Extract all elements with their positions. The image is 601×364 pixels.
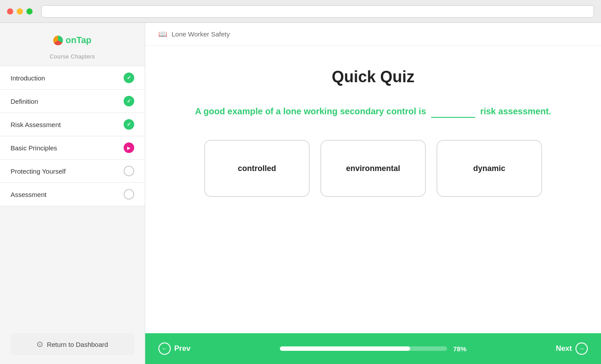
sidebar-section-title: Course Chapters: [0, 49, 145, 66]
book-icon: 📖: [158, 30, 167, 38]
question-blank: ________: [431, 104, 475, 118]
bottom-bar: ← Prev 78% Next →: [145, 333, 601, 364]
chapter-label-protecting-yourself: Protecting Yourself: [11, 167, 66, 175]
chapter-icon-protecting-yourself: [124, 166, 134, 176]
prev-arrow-icon: ←: [158, 342, 171, 355]
answer-card-dynamic[interactable]: dynamic: [436, 140, 542, 197]
prev-label: Prev: [174, 344, 191, 353]
chapter-label-assessment: Assessment: [11, 191, 47, 198]
answer-label-environmental: environmental: [346, 164, 400, 173]
answer-options: controlled environmental dynamic: [204, 140, 542, 197]
sidebar-item-introduction[interactable]: Introduction ✓: [0, 66, 145, 90]
traffic-light-red[interactable]: [7, 8, 13, 15]
chapter-icon-risk-assessment: ✓: [124, 119, 134, 130]
return-btn-label: Return to Dashboard: [47, 341, 108, 348]
traffic-light-green[interactable]: [26, 8, 33, 15]
chapter-icon-definition: ✓: [124, 96, 134, 106]
question-suffix: risk assessment.: [480, 106, 551, 116]
return-btn-wrapper: ⊙ Return to Dashboard: [0, 324, 145, 364]
checkmark-icon: ✓: [127, 75, 131, 81]
chapter-label-introduction: Introduction: [11, 74, 45, 82]
answer-card-environmental[interactable]: environmental: [320, 140, 426, 197]
answer-label-controlled: controlled: [238, 164, 276, 173]
progress-area: 78%: [199, 345, 547, 353]
logo-icon: [53, 36, 63, 45]
logo-text: onTap: [66, 35, 92, 45]
sidebar-item-risk-assessment[interactable]: Risk Assessment ✓: [0, 113, 145, 136]
sidebar: onTap Course Chapters Introduction ✓ Def…: [0, 23, 145, 364]
top-bar: 📖 Lone Worker Safety: [145, 23, 601, 46]
quiz-title: Quick Quiz: [332, 68, 414, 86]
chapter-icon-assessment: [124, 189, 134, 200]
app-container: onTap Course Chapters Introduction ✓ Def…: [0, 23, 601, 364]
chapter-list: Introduction ✓ Definition ✓ Risk Assessm…: [0, 66, 145, 324]
question-prefix: A good example of a lone working seconda…: [195, 106, 426, 116]
answer-card-controlled[interactable]: controlled: [204, 140, 310, 197]
address-bar[interactable]: [41, 5, 594, 18]
sidebar-item-assessment[interactable]: Assessment: [0, 183, 145, 206]
main-content: 📖 Lone Worker Safety Quick Quiz A good e…: [145, 23, 601, 364]
next-label: Next: [556, 344, 572, 353]
sidebar-item-definition[interactable]: Definition ✓: [0, 90, 145, 113]
chapter-label-risk-assessment: Risk Assessment: [11, 121, 61, 128]
quiz-area: Quick Quiz A good example of a lone work…: [145, 46, 601, 333]
next-arrow-icon: →: [575, 342, 588, 355]
quiz-question: A good example of a lone working seconda…: [195, 104, 551, 118]
course-title: Lone Worker Safety: [172, 30, 230, 38]
chapter-icon-basic-principles: ▶: [124, 142, 134, 153]
window-chrome: [0, 0, 601, 23]
checkmark-icon: ✓: [127, 121, 131, 127]
answer-label-dynamic: dynamic: [473, 164, 505, 173]
prev-button[interactable]: ← Prev: [158, 342, 191, 355]
sidebar-item-protecting-yourself[interactable]: Protecting Yourself: [0, 160, 145, 183]
chapter-icon-introduction: ✓: [124, 73, 134, 83]
checkmark-icon: ✓: [127, 98, 131, 104]
return-to-dashboard-button[interactable]: ⊙ Return to Dashboard: [11, 333, 134, 355]
chapter-label-definition: Definition: [11, 98, 38, 105]
logo: onTap: [0, 23, 145, 49]
next-button[interactable]: Next →: [556, 342, 588, 355]
logo-text-accent: on: [66, 35, 76, 45]
progress-bar-fill: [280, 346, 410, 351]
return-icon: ⊙: [37, 339, 43, 349]
chapter-label-basic-principles: Basic Principles: [11, 144, 57, 152]
play-icon: ▶: [127, 146, 131, 150]
traffic-light-yellow[interactable]: [17, 8, 23, 15]
progress-bar-background: [280, 346, 447, 351]
sidebar-item-basic-principles[interactable]: Basic Principles ▶: [0, 136, 145, 160]
logo-text-plain: Tap: [77, 35, 92, 45]
progress-label: 78%: [453, 345, 466, 353]
